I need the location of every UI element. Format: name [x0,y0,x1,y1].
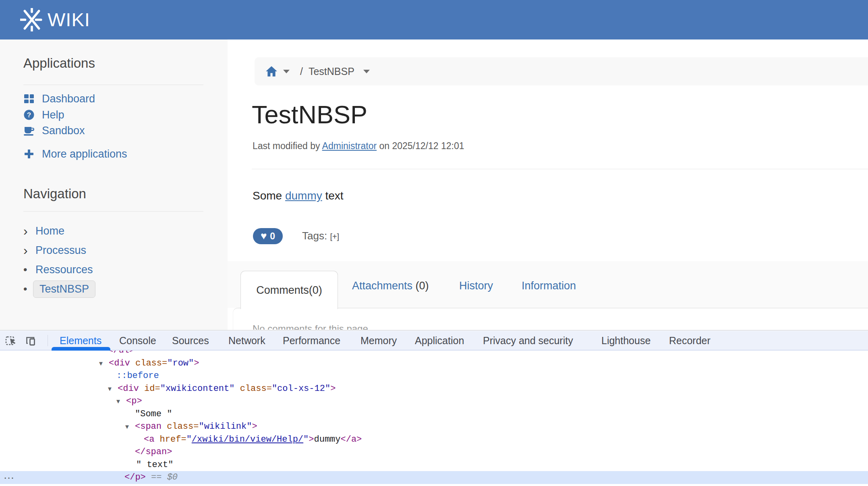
devtools-tab-console[interactable]: Console [119,331,156,350]
devtools-tab-lighthouse[interactable]: Lighthouse [601,331,650,350]
body-text: text [322,189,344,202]
xwiki-window: WIKI Applications Dashboard ? Help [0,0,868,486]
clipped-comments-text: No comments for this page [253,323,534,330]
add-tag-button[interactable]: [+] [330,232,339,241]
nav-item-label: Processus [35,244,86,257]
dom-node[interactable]: </ul> [0,351,868,357]
like-count: 0 [270,231,275,242]
devtools-tab-performance[interactable]: Performance [283,331,340,350]
document-body: Some dummy text [253,189,344,202]
sidebar-item-dashboard[interactable]: Dashboard [23,91,95,107]
dom-node-markup: </ul> [108,351,868,357]
home-icon[interactable] [265,65,278,77]
dashboard-grid-icon [23,93,35,104]
dom-node[interactable]: </span> [0,446,868,459]
tab-count: (0) [309,284,322,297]
svg-text:?: ? [27,111,31,119]
device-toolbar-icon[interactable] [25,334,37,347]
dom-node-markup: </span> [135,446,868,459]
divider [23,85,203,85]
divider [252,169,868,169]
tab-information[interactable]: Information [522,280,576,292]
expand-arrow-icon[interactable]: ▼ [98,357,104,370]
dom-node[interactable]: ::before [0,370,868,382]
nav-item-label-selected[interactable]: TestNBSP [33,280,95,298]
bullet-icon: • [23,264,35,276]
breadcrumb-page-caret-icon[interactable] [363,70,370,73]
devtools-panel: ElementsConsoleSourcesNetworkPerformance… [0,330,868,486]
devtools-dom-tree: </ul>▼<div class="row">::before▼<div id=… [0,351,868,486]
sidebar-item-sandbox[interactable]: Sandbox [23,123,85,139]
devtools-tab-network[interactable]: Network [228,331,265,350]
dom-node-markup: <a href="/xwiki/bin/view/Help/">dummy</a… [144,433,868,446]
tab-label: History [459,280,493,292]
tab-count: (0) [412,280,429,292]
dom-node[interactable]: ▼<div class="row"> [0,357,868,370]
expand-arrow-icon[interactable]: ▼ [124,420,130,433]
dom-node[interactable]: ▼<div id="xwikicontent" class="col-xs-12… [0,382,868,395]
nav-item-label: Home [35,225,64,237]
page-title: TestNBSP [252,100,367,129]
dom-node-selected[interactable]: …</p> == $0 [0,471,868,484]
dom-node[interactable]: ▼<span class="wikilink"> [0,420,868,433]
devtools-tab-memory[interactable]: Memory [360,331,397,350]
dom-node-markup: <p> [126,395,868,408]
tab-attachments[interactable]: Attachments (0) [352,280,429,292]
tags-line: Tags: [+] [302,230,339,242]
dom-node-markup: <div id="xwikicontent" class="col-xs-12"… [118,382,868,395]
tab-label: Attachments [352,280,412,292]
help-circle-icon: ? [23,109,35,120]
plus-icon [23,148,35,160]
sidebar-item-help[interactable]: ? Help [23,107,64,123]
devtools-tab-sources[interactable]: Sources [172,331,209,350]
tab-comments[interactable]: Comments (0) [240,271,338,309]
chevron-right-icon[interactable]: › [23,227,35,235]
dom-node-markup: " text" [136,459,868,471]
devtools-tab-application[interactable]: Application [415,331,464,350]
body-text: Some [253,189,285,202]
last-modified-line: Last modified by Administrator on 2025/1… [253,141,464,152]
inspect-element-icon[interactable] [5,334,17,347]
dom-node[interactable]: " text" [0,459,868,471]
expand-arrow-icon[interactable]: ▼ [115,395,121,408]
app-header: WIKI [0,0,868,39]
modified-suffix: on 2025/12/12 12:01 [377,141,464,151]
more-applications-link[interactable]: More applications [23,146,127,162]
breadcrumb-current-page[interactable]: TestNBSP [309,66,354,77]
logo-wordmark: WIKI [48,8,90,31]
tab-history[interactable]: History [459,280,493,292]
author-link[interactable]: Administrator [322,141,377,151]
nav-item-processus[interactable]: › Processus [23,241,86,260]
divider [23,211,203,212]
breadcrumb-separator: / [300,66,303,77]
tab-label: Information [522,280,576,292]
like-button[interactable]: ♥ 0 [253,228,283,244]
more-applications-label: More applications [42,148,127,160]
dom-node[interactable]: <a href="/xwiki/bin/view/Help/">dummy</a… [0,433,868,446]
sandbox-cup-icon [23,125,35,136]
dummy-link[interactable]: dummy [285,189,322,202]
nav-item-ressources[interactable]: • Ressources [23,260,93,279]
dom-node[interactable]: ▼<p> [0,395,868,408]
dom-node[interactable]: "Some " [0,408,868,421]
dom-node-markup: <div class="row"> [109,357,868,370]
dom-node-markup: <span class="wikilink"> [135,420,868,433]
breadcrumb-home-caret-icon[interactable] [283,70,290,73]
devtools-tab-privacy-and-security[interactable]: Privacy and security [483,331,573,350]
active-tab-underline [52,347,110,351]
nav-item-testnbsp[interactable]: • TestNBSP [23,280,95,298]
sidebar-item-label: Help [42,109,64,121]
expand-arrow-icon[interactable]: ▼ [107,382,113,395]
applications-panel-title: Applications [23,56,205,71]
navigation-panel-title: Navigation [23,186,205,201]
chevron-right-icon[interactable]: › [23,246,35,254]
sidebar-item-label: Dashboard [42,93,95,105]
devtools-toolbar: ElementsConsoleSourcesNetworkPerformance… [0,331,868,351]
tags-label: Tags: [302,230,330,242]
nav-item-home[interactable]: › Home [23,222,64,240]
more-actions-dots-icon[interactable]: … [3,469,15,482]
devtools-tab-recorder[interactable]: Recorder [669,331,711,350]
xwiki-logo-icon [20,8,44,31]
heart-icon: ♥ [261,231,267,241]
xwiki-logo[interactable]: WIKI [20,8,90,31]
